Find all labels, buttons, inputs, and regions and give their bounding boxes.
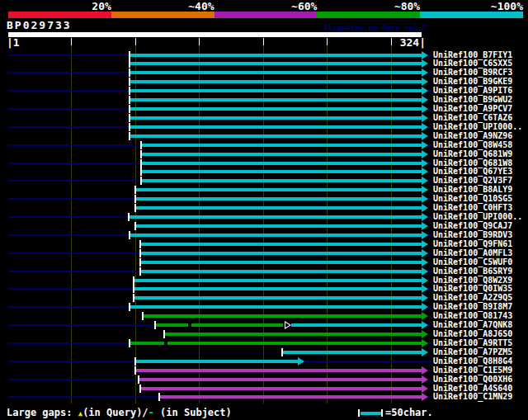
alignment-bar[interactable] <box>135 360 298 363</box>
segment-start-tick <box>128 213 130 221</box>
alignment-bar[interactable] <box>135 369 422 372</box>
alignment-end-arrow-icon <box>422 150 428 158</box>
alignment-bar[interactable] <box>130 89 422 92</box>
gridline-50char <box>391 38 392 403</box>
subject-label[interactable]: UniRef100_Q0IW35 <box>433 284 512 293</box>
alignment-end-arrow-icon <box>422 339 428 347</box>
subject-label[interactable]: UniRef100_UPI000.. <box>433 212 522 221</box>
legend-scale-label: =50char. <box>385 407 433 418</box>
subject-label[interactable]: UniRef100_A8J6S0 <box>433 329 512 338</box>
subject-label[interactable]: UniRef100_A9PCV7 <box>433 104 512 113</box>
identity-scale-segment <box>214 12 318 18</box>
alignment-bar[interactable] <box>291 323 422 327</box>
gridline-50char <box>327 38 328 403</box>
subject-label[interactable]: UniRef100_A9NZ96 <box>433 131 512 140</box>
subject-label[interactable]: UniRef100_B9GWU2 <box>433 95 512 104</box>
segment-start-tick <box>281 348 283 356</box>
subject-label[interactable]: UniRef100_Q2V3F7 <box>433 176 512 185</box>
subject-label[interactable]: UniRef100_Q9FN61 <box>433 239 512 248</box>
identity-scale-label: ~60% <box>291 0 317 12</box>
subject-label[interactable]: UniRef100_A9PIT6 <box>433 86 512 95</box>
subject-label[interactable]: UniRef100_A2Z9Q5 <box>433 293 512 302</box>
alignment-bar[interactable] <box>140 261 422 264</box>
subject-label[interactable]: UniRef100_B9GKE9 <box>433 77 512 86</box>
subject-label[interactable]: UniRef100_C6TAZ6 <box>433 113 512 122</box>
subject-label[interactable]: UniRef100_A0MFL3 <box>433 248 512 257</box>
subject-label[interactable]: UniRef100_Q9CAJ7 <box>433 221 512 230</box>
alignment-bar[interactable] <box>141 170 422 173</box>
alignment-bar[interactable] <box>140 387 422 390</box>
alignment-bar[interactable] <box>130 125 422 129</box>
ruler-tick <box>135 38 136 45</box>
alignment-end-arrow-icon <box>422 68 428 77</box>
alignment-bar[interactable] <box>141 162 422 165</box>
subject-label[interactable]: UniRef100_B6SRY9 <box>433 267 512 276</box>
alignment-end-arrow-icon <box>422 222 428 230</box>
segment-start-tick <box>129 114 130 122</box>
subject-label[interactable]: UniRef100_B9RCF3 <box>433 68 512 77</box>
alignment-bar[interactable] <box>130 116 422 120</box>
alignment-bar[interactable] <box>130 107 422 111</box>
alignment-bar[interactable] <box>130 342 422 345</box>
subject-label[interactable]: UniRef100_Q00XH6 <box>433 375 512 384</box>
alignment-bar[interactable] <box>134 296 422 300</box>
alignment-bar[interactable] <box>135 188 422 191</box>
alignment-bar[interactable] <box>134 287 422 290</box>
alignment-bar[interactable] <box>140 252 422 255</box>
alignment-bar[interactable] <box>143 314 422 318</box>
segment-start-tick <box>134 204 136 212</box>
subject-label[interactable]: UniRef100_Q67YE3 <box>433 167 512 176</box>
subject-label[interactable]: UniRef100_A7QNK8 <box>433 320 512 329</box>
subject-label[interactable]: UniRef100_Q8W458 <box>433 140 512 149</box>
alignment-bar[interactable] <box>141 144 422 147</box>
alignment-bar[interactable] <box>130 71 422 74</box>
subject-label[interactable]: UniRef100_C5WUF0 <box>433 257 512 267</box>
alignment-bar[interactable] <box>141 179 422 182</box>
alignment-bar[interactable] <box>282 351 422 354</box>
subject-label[interactable]: UniRef100_A7PZM5 <box>433 347 512 356</box>
alignment-bar[interactable] <box>130 54 422 57</box>
alignment-bar[interactable] <box>135 206 422 210</box>
alignment-bar[interactable] <box>140 270 422 273</box>
subject-label[interactable]: UniRef100_A4S640 <box>433 384 512 393</box>
alignment-bar[interactable] <box>139 378 422 381</box>
subject-label[interactable]: UniRef100_O81743 <box>433 311 512 320</box>
alignment-bar[interactable] <box>159 395 422 399</box>
alignment-bar[interactable] <box>141 153 422 156</box>
alignment-bar[interactable] <box>134 279 422 282</box>
alignment-bar[interactable] <box>130 80 422 83</box>
alignment-bar[interactable] <box>135 224 422 228</box>
identity-scale-segment <box>420 12 523 18</box>
subject-label[interactable]: UniRef100_A9RTT5 <box>433 338 512 347</box>
alignment-bar[interactable] <box>135 197 422 201</box>
alignment-bar[interactable] <box>164 333 422 336</box>
alignment-bar[interactable] <box>130 98 422 101</box>
subject-label[interactable]: UniRef100_C0HFT3 <box>433 203 512 212</box>
segment-start-tick <box>129 59 130 68</box>
subject-label[interactable]: UniRef100_Q10SG5 <box>433 194 512 203</box>
gaps-legend-query-text: (in Query)/ <box>82 407 148 418</box>
subject-label[interactable]: UniRef100_B8ALY9 <box>433 185 512 194</box>
subject-label[interactable]: UniRef100_C1E5M9 <box>433 366 512 375</box>
subject-label[interactable]: UniRef100_B7FIY1 <box>433 50 512 59</box>
ruler-tick <box>391 38 392 45</box>
subject-label[interactable]: UniRef100_C1MN29 <box>433 392 512 401</box>
segment-start-tick <box>133 276 134 285</box>
alignment-bar[interactable] <box>129 215 422 219</box>
subject-label[interactable]: UniRef100_B9I8M7 <box>433 302 512 311</box>
subject-label[interactable]: UniRef100_C6SXX5 <box>433 59 512 68</box>
alignment-bar[interactable] <box>140 243 422 246</box>
subject-label[interactable]: UniRef100_Q8H8G4 <box>433 356 512 366</box>
alignment-bar[interactable] <box>130 62 422 65</box>
subject-label[interactable]: UniRef100_UPI000.. <box>433 122 522 131</box>
subject-label[interactable]: UniRef100_Q681W9 <box>433 149 512 158</box>
alignment-bar[interactable] <box>130 305 422 309</box>
subject-label[interactable]: UniRef100_B9RDV3 <box>433 230 512 239</box>
alignment-bar[interactable] <box>155 323 283 327</box>
identity-scale-label: ~100% <box>491 0 523 12</box>
alignment-bar[interactable] <box>130 234 422 237</box>
subject-label[interactable]: UniRef100_Q681W8 <box>433 158 512 168</box>
alignment-bar[interactable] <box>130 134 422 138</box>
subject-label[interactable]: UniRef100_Q8W2X9 <box>433 276 512 285</box>
identity-scale-segment <box>111 12 214 18</box>
